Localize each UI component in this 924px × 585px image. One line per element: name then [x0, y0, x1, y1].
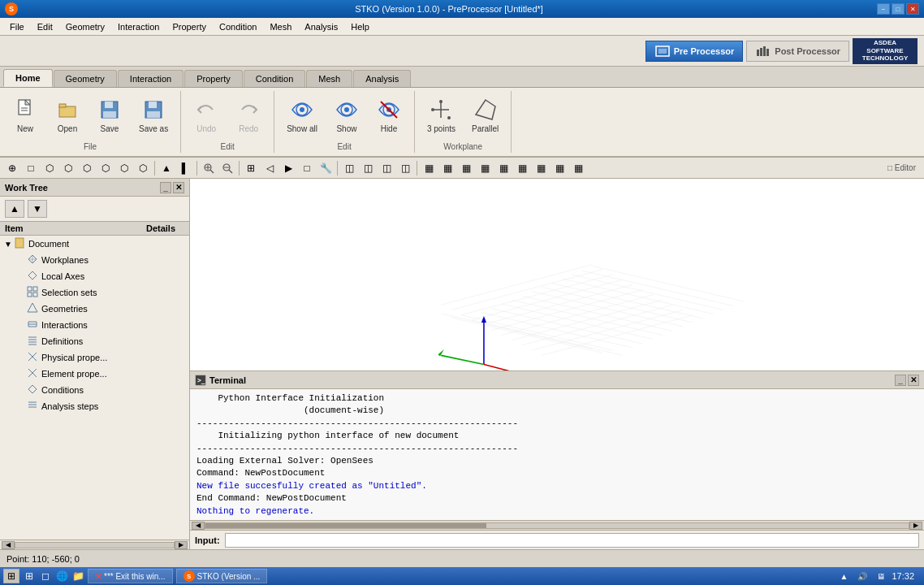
taskbar-tray-icon-1[interactable]: ▲	[837, 572, 852, 581]
toolbar-btn-hex4[interactable]: ⬡	[97, 159, 114, 177]
ribbon-show-button[interactable]: Show	[326, 93, 367, 137]
ribbon-parallel-button[interactable]: Parallel	[464, 93, 506, 137]
toolbar-btn-hex1[interactable]: ⬡	[41, 159, 58, 177]
tab-condition[interactable]: Condition	[244, 70, 305, 87]
taskbar-exit-button[interactable]: ✕ *** Exit this win...	[88, 569, 173, 583]
ribbon-saveas-button[interactable]: Save as	[132, 93, 175, 137]
toolbar-btn-box[interactable]: □	[22, 159, 40, 177]
menu-edit[interactable]: Edit	[31, 20, 59, 33]
tab-mesh[interactable]: Mesh	[306, 70, 352, 87]
ribbon-undo-button[interactable]: Undo	[186, 93, 227, 137]
toolbar-btn-zoomout[interactable]	[218, 159, 236, 177]
toolbar-btn-up[interactable]: ▲	[158, 159, 175, 177]
toolbar-btn-render7[interactable]: ▦	[532, 159, 550, 177]
menu-help[interactable]: Help	[344, 20, 376, 33]
toolbar-btn-frame[interactable]: □	[298, 159, 316, 177]
toolbar-btn-settings[interactable]: 🔧	[317, 159, 335, 177]
taskbar-icon-1[interactable]: ⊞	[23, 570, 36, 583]
tree-item-document[interactable]: ▼ Document	[0, 236, 189, 252]
close-button[interactable]: ✕	[906, 3, 919, 15]
toolbar-btn-hex3[interactable]: ⬡	[78, 159, 96, 177]
tree-scroll-right[interactable]: ▶	[175, 541, 188, 549]
tree-item-interactions[interactable]: Interactions	[0, 317, 189, 333]
tree-item-localaxes[interactable]: Local Axes	[0, 268, 189, 284]
tab-analysis[interactable]: Analysis	[353, 70, 411, 87]
tree-down-button[interactable]: ▼	[28, 200, 47, 218]
tree-scroll-left[interactable]: ◀	[2, 541, 15, 549]
toolbar-btn-render5[interactable]: ▦	[494, 159, 512, 177]
tab-interaction[interactable]: Interaction	[118, 70, 184, 87]
ribbon-hide-button[interactable]: Hide	[369, 93, 409, 137]
toolbar-btn-view1[interactable]: ◫	[340, 159, 358, 177]
tree-item-elementprope[interactable]: Element prope...	[0, 366, 189, 382]
toolbar-btn-view4[interactable]: ◫	[396, 159, 414, 177]
menu-interaction[interactable]: Interaction	[111, 20, 166, 33]
toolbar-btn-render3[interactable]: ▦	[457, 159, 475, 177]
terminal-input[interactable]	[225, 533, 919, 548]
toolbar-btn-render9[interactable]: ▦	[569, 159, 587, 177]
menu-property[interactable]: Property	[166, 20, 213, 33]
toolbar-btn-grid[interactable]: ⊞	[242, 159, 260, 177]
menu-file[interactable]: File	[3, 20, 31, 33]
tab-home[interactable]: Home	[3, 69, 53, 87]
taskbar-tray-icon-3[interactable]: 🖥	[874, 572, 888, 581]
tab-geometry[interactable]: Geometry	[54, 70, 117, 87]
tree-item-selectionsets[interactable]: Selection sets	[0, 284, 189, 301]
menu-mesh[interactable]: Mesh	[263, 20, 298, 33]
ribbon-open-button[interactable]: Open	[47, 93, 88, 137]
ribbon-showall-button[interactable]: Show all	[279, 93, 325, 137]
terminal-scroll-right[interactable]: ▶	[909, 522, 922, 530]
taskbar-start-button[interactable]: ⊞	[3, 569, 19, 583]
tree-item-definitions[interactable]: Definitions	[0, 333, 189, 349]
toolbar-btn-hex5[interactable]: ⬡	[115, 159, 133, 177]
terminal-scroll-track[interactable]	[205, 522, 909, 529]
toolbar-btn-view3[interactable]: ◫	[378, 159, 395, 177]
toolbar-btn-render1[interactable]: ▦	[420, 159, 438, 177]
taskbar-tray-icon-2[interactable]: 🔊	[854, 572, 870, 581]
toolbar-btn-render4[interactable]: ▦	[476, 159, 494, 177]
tree-item-physicalprope[interactable]: Physical prope...	[0, 349, 189, 366]
toolbar-btn-render8[interactable]: ▦	[551, 159, 568, 177]
tree-scroll-track[interactable]	[15, 542, 175, 548]
taskbar-stko-button[interactable]: S STKO (Version ...	[176, 569, 268, 583]
worktree-minimize-icon[interactable]: _	[160, 182, 171, 193]
toolbar-btn-view2[interactable]: ◫	[359, 159, 377, 177]
terminal-scrollbar[interactable]: ◀ ▶	[190, 520, 924, 530]
tree-item-geometries[interactable]: Geometries	[0, 301, 189, 317]
menu-geometry[interactable]: Geometry	[59, 20, 111, 33]
ribbon-3points-button[interactable]: 3 points	[420, 93, 463, 137]
taskbar-icon-2[interactable]: ◻	[39, 570, 52, 583]
terminal-minimize-icon[interactable]: _	[895, 375, 906, 386]
postprocessor-button[interactable]: Post Processor	[746, 41, 849, 62]
viewport[interactable]	[190, 179, 924, 370]
menu-condition[interactable]: Condition	[213, 20, 263, 33]
toolbar-btn-nav2[interactable]: ▶	[279, 159, 297, 177]
toolbar-btn-zoomin[interactable]	[200, 159, 218, 177]
toolbar-btn-render6[interactable]: ▦	[513, 159, 531, 177]
terminal-scroll-left[interactable]: ◀	[192, 522, 205, 530]
tree-item-analysissteps[interactable]: Analysis steps	[0, 398, 189, 414]
ribbon-new-button[interactable]: New	[5, 93, 45, 137]
taskbar-icon-3[interactable]: 🌐	[55, 570, 68, 583]
toolbar-btn-rotate[interactable]: ⊕	[3, 159, 21, 177]
tab-property[interactable]: Property	[184, 70, 243, 87]
tree-hscroll[interactable]: ◀ ▶	[0, 540, 189, 549]
minimize-button[interactable]: −	[877, 3, 890, 15]
toolbar-btn-render2[interactable]: ▦	[438, 159, 456, 177]
ribbon-redo-button[interactable]: Redo	[228, 93, 269, 137]
terminal-close-icon[interactable]: ✕	[908, 375, 919, 386]
tree-up-button[interactable]: ▲	[5, 200, 24, 218]
tree-item-conditions[interactable]: Conditions	[0, 382, 189, 398]
worktree-close-icon[interactable]: ✕	[173, 182, 184, 193]
toolbar-btn-hex6[interactable]: ⬡	[134, 159, 152, 177]
toolbar-btn-hex2[interactable]: ⬡	[59, 159, 77, 177]
preprocessor-button[interactable]: Pre Processor	[646, 41, 744, 62]
toolbar-btn-nav1[interactable]: ◁	[261, 159, 278, 177]
ribbon-save-button[interactable]: Save	[89, 93, 130, 137]
menu-analysis[interactable]: Analysis	[298, 20, 344, 33]
svg-rect-44	[33, 292, 37, 297]
tree-item-workplanes[interactable]: Workplanes	[0, 252, 189, 268]
maximize-button[interactable]: □	[892, 3, 905, 15]
toolbar-btn-side[interactable]: ▌	[176, 159, 194, 177]
taskbar-icon-4[interactable]: 📁	[71, 570, 84, 583]
